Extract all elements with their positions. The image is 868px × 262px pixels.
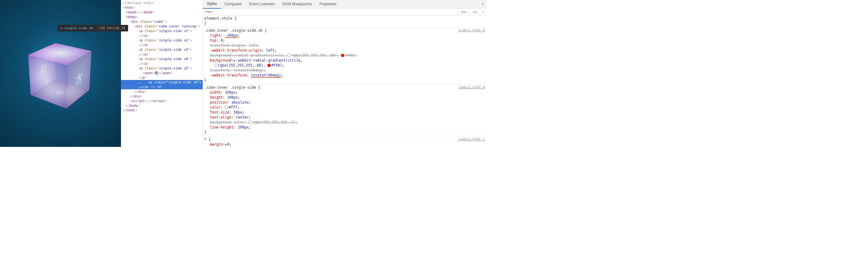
dom-span-s5[interactable]: <span>魔</span> — [121, 71, 203, 75]
styles-filter-bar: :hov .cls + — [203, 8, 487, 15]
decl-background-color[interactable]: background-color: rgba(255,255,255,.5); — [204, 120, 486, 125]
decl-text-align[interactable]: text-align: center; — [204, 115, 486, 120]
dom-div-cube-close[interactable]: </div> — [121, 94, 203, 99]
tooltip-selector: .single-side.s6 — [62, 26, 93, 30]
decl-width[interactable]: width: 200px; — [204, 90, 486, 95]
cls-toggle[interactable]: .cls — [469, 8, 480, 15]
rule-element-style[interactable]: element.style { } — [203, 15, 487, 27]
color-swatch-white[interactable] — [225, 106, 228, 109]
add-rule-button[interactable]: + — [480, 8, 487, 15]
decl-margin[interactable]: margin:▸0; — [204, 142, 486, 147]
dom-p-s1[interactable]: <p class="single-side s1"> — [121, 29, 203, 33]
color-swatch-white[interactable] — [287, 54, 290, 57]
color-swatch-red[interactable] — [341, 54, 344, 57]
cube-scene: 方 懂 你 — [39, 52, 82, 95]
dom-div-inner-close[interactable]: </div> — [121, 89, 203, 94]
color-swatch-red[interactable] — [268, 64, 271, 67]
rule-source-link[interactable]: index1.html:4 — [458, 85, 485, 90]
dom-p-s6-selected[interactable]: … <p class="single-side s6"> — [121, 80, 203, 85]
styles-panel: Styles Computed Event Listeners DOM Brea… — [203, 0, 487, 147]
rule-universal[interactable]: index1.html:1 * { margin:▸0; — [203, 136, 487, 147]
dom-p-s5-close[interactable]: </p> — [121, 75, 203, 80]
styles-tabs: Styles Computed Event Listeners DOM Brea… — [203, 0, 487, 8]
tab-computed[interactable]: Computed — [221, 0, 245, 8]
dom-p-s3[interactable]: <p class="single-side s3"> — [121, 47, 203, 52]
tab-properties[interactable]: Properties — [315, 0, 340, 8]
rule-selector[interactable]: element.style — [204, 16, 232, 21]
dom-html-close[interactable]: </html> — [121, 108, 203, 113]
decl-font-size[interactable]: font-size: 50px; — [204, 110, 486, 115]
rule-selector[interactable]: .cube-inner .single-side — [204, 85, 256, 89]
hov-toggle[interactable]: :hov — [457, 8, 469, 15]
rule-s6[interactable]: index1.html:9 .cube-inner .single-side.s… — [203, 27, 487, 84]
decl-webkit-transform-origin[interactable]: -webkit-transform-origin: left; — [204, 48, 486, 53]
decl-transform-origin[interactable]: transform-origin: left; — [204, 43, 486, 48]
rule-selector[interactable]: .cube-inner .single-side.s6 — [204, 28, 262, 33]
dom-p-s3-close[interactable]: …</p> — [121, 52, 203, 57]
dom-doctype[interactable]: <!doctype html> — [121, 1, 203, 5]
decl-height[interactable]: height: 200px; — [204, 95, 486, 100]
dom-html-open[interactable]: <html> — [121, 5, 203, 10]
dom-p-s5[interactable]: <p class="single-side s5"> — [121, 66, 203, 71]
decl-webkit-background[interactable]: background:▸-webkit-radial-gradient(circ… — [204, 58, 486, 68]
decl-color[interactable]: color: #fff; — [204, 105, 486, 110]
decl-top[interactable]: top: 0; — [204, 38, 486, 43]
tab-dom-breakpoints[interactable]: DOM Breakpoints — [279, 0, 316, 8]
dom-body-open[interactable]: <body> — [121, 14, 203, 19]
rule-source-link[interactable]: index1.html:9 — [458, 28, 485, 33]
dom-p-s6-close[interactable]: …</p>== $0 — [121, 85, 203, 89]
dom-p-s2[interactable]: <p class="single-side s2"> — [121, 38, 203, 43]
cube: 方 懂 你 — [43, 48, 80, 99]
decl-line-height[interactable]: line-height: 200px; — [204, 125, 486, 130]
decl-right[interactable]: right: -200px; — [204, 33, 486, 38]
elements-dom-tree[interactable]: <!doctype html> <html> <head>…</head> <b… — [121, 0, 203, 147]
dom-p-s1-close[interactable]: …</p> — [121, 33, 203, 38]
rule-single-side[interactable]: index1.html:4 .cube-inner .single-side {… — [203, 84, 487, 136]
rule-selector[interactable]: * — [204, 137, 207, 142]
rendered-page-preview[interactable]: p.single-side.s6 130.54×230.35 方 懂 你 — [0, 0, 121, 147]
dom-head[interactable]: <head>…</head> — [121, 10, 203, 14]
dom-p-s2-close[interactable]: …</p> — [121, 43, 203, 47]
dom-script[interactable]: <script>…</script> — [121, 99, 203, 103]
decl-webkit-transform[interactable]: -webkit-transform: rotateY(90deg); — [204, 73, 486, 78]
dom-div-inner[interactable]: <div class="cube-inner running"> — [121, 24, 203, 29]
color-swatch-grey[interactable] — [249, 121, 252, 124]
css-rules-list: element.style { } index1.html:9 .cube-in… — [203, 15, 487, 147]
styles-filter-input[interactable] — [203, 10, 457, 14]
dom-body-close[interactable]: </body> — [121, 103, 203, 108]
tab-styles[interactable]: Styles — [203, 0, 221, 9]
rule-source-link[interactable]: index1.html:1 — [458, 137, 485, 142]
tab-event-listeners[interactable]: Event Listeners — [245, 0, 279, 8]
dom-p-s4-close[interactable]: …</p> — [121, 61, 203, 66]
decl-transform[interactable]: transform: rotateY(90deg); — [204, 68, 486, 73]
element-tooltip: p.single-side.s6 130.54×230.35 — [58, 25, 128, 31]
decl-background-over[interactable]: background:▸radial-gradient(circle, rgba… — [204, 53, 486, 58]
dom-p-s4[interactable]: <p class="single-side s4"> — [121, 57, 203, 61]
dom-div-cube[interactable]: <div class="cube"> — [121, 19, 203, 24]
tabs-overflow-icon[interactable]: » — [478, 2, 487, 6]
color-swatch-white[interactable] — [214, 64, 217, 67]
tooltip-dimensions: 130.54×230.35 — [97, 26, 126, 30]
tooltip-tagname: p — [60, 26, 62, 30]
decl-position[interactable]: position: absolute; — [204, 100, 486, 105]
